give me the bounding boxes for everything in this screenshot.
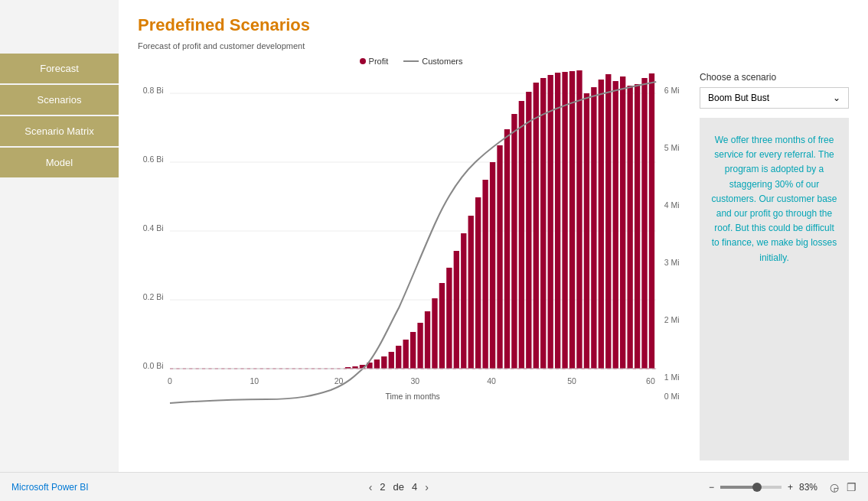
pagination-separator: de bbox=[393, 481, 404, 493]
svg-text:5 Mi: 5 Mi bbox=[664, 144, 680, 152]
zoom-percent: 83% bbox=[799, 482, 817, 493]
sidebar-item-scenarios[interactable]: Scenarios bbox=[0, 85, 119, 115]
svg-rect-51 bbox=[584, 93, 589, 369]
svg-rect-58 bbox=[635, 84, 640, 369]
svg-text:3 Mi: 3 Mi bbox=[664, 259, 680, 267]
svg-rect-48 bbox=[562, 72, 567, 369]
svg-text:40: 40 bbox=[487, 377, 496, 386]
sidebar-item-model[interactable]: Model bbox=[0, 148, 119, 177]
svg-text:0.0 Bi: 0.0 Bi bbox=[143, 362, 164, 370]
svg-rect-29 bbox=[425, 311, 430, 369]
svg-text:30: 30 bbox=[410, 377, 419, 386]
svg-rect-52 bbox=[591, 87, 596, 369]
zoom-plus-icon[interactable]: + bbox=[788, 482, 793, 493]
svg-rect-25 bbox=[396, 346, 401, 369]
svg-rect-26 bbox=[403, 340, 409, 369]
legend-customers: Customers bbox=[403, 57, 462, 66]
chart-subtitle: Forecast of profit and customer developm… bbox=[138, 41, 849, 50]
powerbi-link[interactable]: Microsoft Power BI bbox=[11, 482, 89, 493]
svg-text:1 Mi: 1 Mi bbox=[664, 373, 680, 382]
svg-text:0.2 Bi: 0.2 Bi bbox=[143, 293, 164, 301]
svg-text:Time in months: Time in months bbox=[385, 392, 439, 401]
svg-rect-57 bbox=[627, 86, 632, 369]
selected-scenario-text: Boom But Bust bbox=[708, 93, 769, 103]
chart-area: Profit Customers 0.8 Bi 0.6 Bi 0.4 Bi bbox=[138, 57, 684, 460]
sidebar: Forecast Scenarios Scenario Matrix Model bbox=[0, 0, 119, 472]
main-panel: Predefined Scenarios Forecast of profit … bbox=[119, 0, 868, 472]
svg-text:60: 60 bbox=[646, 377, 655, 386]
scenario-description: We offer three months of free service fo… bbox=[700, 118, 849, 460]
zoom-minus-icon[interactable]: − bbox=[709, 482, 714, 493]
pagination-prev-button[interactable]: ‹ bbox=[369, 481, 373, 493]
svg-rect-53 bbox=[599, 80, 604, 369]
svg-text:0 Mi: 0 Mi bbox=[664, 392, 680, 401]
scenario-label: Choose a scenario bbox=[700, 72, 849, 83]
svg-text:0.4 Bi: 0.4 Bi bbox=[143, 224, 164, 233]
svg-rect-56 bbox=[620, 76, 625, 369]
chart-legend: Profit Customers bbox=[138, 57, 684, 66]
svg-rect-40 bbox=[504, 129, 510, 369]
svg-text:2 Mi: 2 Mi bbox=[664, 316, 680, 324]
legend-profit-dot bbox=[360, 58, 366, 64]
svg-rect-59 bbox=[641, 78, 647, 369]
svg-rect-55 bbox=[613, 81, 618, 369]
chart-svg: 0.8 Bi 0.6 Bi 0.4 Bi 0.2 Bi 0.0 Bi 6 Mi … bbox=[138, 70, 684, 445]
svg-rect-24 bbox=[389, 352, 394, 369]
page-title: Predefined Scenarios bbox=[138, 15, 849, 35]
main-container: Forecast Scenarios Scenario Matrix Model… bbox=[0, 0, 868, 501]
zoom-controls: − + 83% ◶ ❐ bbox=[709, 481, 857, 493]
legend-customers-line bbox=[403, 60, 419, 62]
svg-rect-37 bbox=[482, 180, 488, 369]
zoom-slider[interactable] bbox=[720, 486, 782, 489]
svg-text:0: 0 bbox=[168, 377, 172, 386]
scenario-dropdown[interactable]: Boom But Bust ⌄ bbox=[700, 87, 849, 109]
legend-profit: Profit bbox=[360, 57, 389, 66]
svg-text:4 Mi: 4 Mi bbox=[664, 201, 680, 210]
svg-rect-45 bbox=[540, 78, 546, 369]
right-panel: Choose a scenario Boom But Bust ⌄ We off… bbox=[700, 72, 849, 460]
svg-rect-43 bbox=[526, 92, 531, 369]
svg-rect-23 bbox=[381, 356, 387, 369]
fit-page-icon[interactable]: ◶ bbox=[830, 481, 839, 493]
svg-rect-34 bbox=[461, 233, 466, 369]
svg-rect-36 bbox=[475, 197, 481, 369]
svg-rect-50 bbox=[576, 70, 582, 369]
svg-rect-44 bbox=[534, 83, 539, 369]
dropdown-chevron-icon: ⌄ bbox=[833, 93, 840, 103]
svg-rect-35 bbox=[468, 216, 474, 369]
svg-text:10: 10 bbox=[250, 377, 259, 386]
bottom-icons: ◶ ❐ bbox=[824, 481, 857, 493]
svg-rect-39 bbox=[497, 145, 502, 369]
pagination: ‹ 2 de 4 › bbox=[369, 481, 429, 493]
svg-rect-22 bbox=[374, 359, 380, 369]
zoom-slider-fill bbox=[720, 486, 757, 489]
pagination-next-button[interactable]: › bbox=[425, 481, 429, 493]
svg-rect-30 bbox=[432, 298, 437, 369]
svg-rect-32 bbox=[446, 268, 452, 369]
svg-rect-38 bbox=[490, 162, 495, 369]
svg-rect-46 bbox=[548, 75, 553, 369]
chart-wrapper: Profit Customers 0.8 Bi 0.6 Bi 0.4 Bi bbox=[138, 57, 849, 460]
svg-text:0.8 Bi: 0.8 Bi bbox=[143, 86, 164, 95]
zoom-thumb bbox=[752, 483, 762, 492]
sidebar-item-scenario-matrix[interactable]: Scenario Matrix bbox=[0, 116, 119, 146]
svg-text:0.6 Bi: 0.6 Bi bbox=[143, 155, 164, 164]
sidebar-item-forecast[interactable]: Forecast bbox=[0, 54, 119, 83]
svg-rect-54 bbox=[605, 74, 611, 369]
svg-rect-31 bbox=[439, 283, 445, 369]
svg-rect-60 bbox=[649, 73, 654, 369]
svg-rect-47 bbox=[555, 73, 560, 369]
svg-text:20: 20 bbox=[334, 377, 344, 386]
pagination-total: 4 bbox=[412, 481, 417, 493]
pagination-current: 2 bbox=[380, 481, 385, 493]
fullscreen-icon[interactable]: ❐ bbox=[847, 481, 857, 493]
svg-rect-33 bbox=[454, 251, 459, 369]
svg-rect-27 bbox=[410, 332, 416, 369]
bottom-bar: Microsoft Power BI ‹ 2 de 4 › − + 83% ◶ … bbox=[0, 472, 868, 501]
svg-rect-28 bbox=[417, 323, 423, 369]
content-area: Forecast Scenarios Scenario Matrix Model… bbox=[0, 0, 868, 472]
svg-rect-41 bbox=[511, 114, 517, 369]
svg-rect-49 bbox=[569, 71, 575, 369]
svg-rect-42 bbox=[519, 101, 524, 369]
svg-text:50: 50 bbox=[567, 377, 576, 386]
